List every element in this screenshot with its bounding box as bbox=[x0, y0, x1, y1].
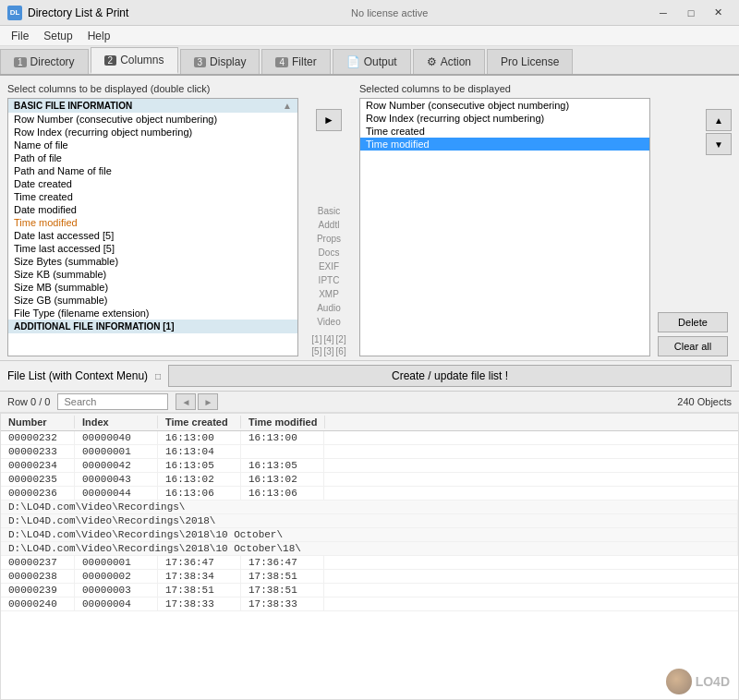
nav-prev[interactable]: ◄ bbox=[176, 393, 196, 410]
data-cell-2: 16:13:02 bbox=[158, 473, 241, 486]
data-cell-0: 00000240 bbox=[1, 597, 75, 610]
menu-help[interactable]: Help bbox=[80, 28, 118, 44]
selected-item-1[interactable]: Row Index (recurring object numbering) bbox=[360, 112, 649, 125]
data-cell-3: 16:13:02 bbox=[241, 473, 324, 486]
file-list-header: File List (with Context Menu) □ Create /… bbox=[0, 361, 739, 392]
cat-audio: Audio bbox=[317, 302, 341, 315]
table-row: 000002340000004216:13:0516:13:05 bbox=[1, 459, 738, 473]
table-row: 000002360000004416:13:0616:13:06 bbox=[1, 487, 738, 501]
num-links: [1] [4] [2] [5] [3] [6] bbox=[306, 334, 352, 356]
num-link-5[interactable]: [5] bbox=[311, 346, 321, 356]
update-button[interactable]: Create / update file list ! bbox=[168, 365, 732, 387]
num-link-2[interactable]: [2] bbox=[336, 334, 346, 344]
table-row: D:\LO4D.com\Video\Recordings\2018\10 Oct… bbox=[1, 528, 738, 542]
list-item-14[interactable]: Size GB (summable) bbox=[8, 294, 297, 307]
app-title: Directory List & Print bbox=[28, 6, 128, 19]
expand-icon[interactable]: □ bbox=[155, 371, 161, 381]
tab-action-icon: ⚙ bbox=[427, 55, 437, 68]
columns-panel: Select columns to be displayed (double c… bbox=[0, 76, 739, 360]
selected-item-3[interactable]: Time modified bbox=[360, 138, 649, 151]
data-table[interactable]: Number Index Time created Time modified … bbox=[0, 413, 739, 700]
tab-output[interactable]: 📄 Output bbox=[333, 49, 411, 74]
watermark-logo bbox=[666, 669, 692, 694]
path-cell: D:\LO4D.com\Video\Recordings\ bbox=[1, 501, 738, 513]
title-bar-left: DL Directory List & Print bbox=[7, 6, 128, 20]
cat-props: Props bbox=[317, 233, 341, 246]
data-cell-0: 00000232 bbox=[1, 431, 75, 444]
nav-next[interactable]: ► bbox=[198, 393, 218, 410]
tab-output-icon: 📄 bbox=[346, 55, 360, 68]
list-item-1[interactable]: Row Index (recurring object numbering) bbox=[8, 126, 297, 139]
tab-pro-license[interactable]: Pro License bbox=[487, 49, 573, 74]
list-item-11[interactable]: Size Bytes (summable) bbox=[8, 255, 297, 268]
list-item-12[interactable]: Size KB (summable) bbox=[8, 268, 297, 281]
add-to-selected-button[interactable]: ► bbox=[316, 109, 342, 131]
tab-action[interactable]: ⚙ Action bbox=[413, 49, 485, 74]
list-item-8[interactable]: Time modified bbox=[8, 216, 297, 229]
search-input[interactable] bbox=[57, 393, 168, 410]
list-item-13[interactable]: Size MB (summable) bbox=[8, 281, 297, 294]
list-item-7[interactable]: Date modified bbox=[8, 203, 297, 216]
right-list-box[interactable]: Row Number (consecutive object numbering… bbox=[359, 98, 650, 356]
menu-file[interactable]: File bbox=[4, 28, 36, 44]
tab-action-label: Action bbox=[441, 55, 471, 68]
tab-display[interactable]: 3 Display bbox=[180, 49, 260, 74]
data-cell-1: 00000001 bbox=[75, 445, 158, 458]
table-row: D:\LO4D.com\Video\Recordings\ bbox=[1, 501, 738, 514]
right-column-section: Selected columns to be displayed Row Num… bbox=[359, 83, 650, 356]
watermark-text: LO4D bbox=[696, 674, 730, 689]
data-cell-0: 00000233 bbox=[1, 445, 75, 458]
data-cell-2: 17:36:47 bbox=[158, 556, 241, 569]
data-cell-2: 16:13:06 bbox=[158, 487, 241, 500]
title-bar: DL Directory List & Print No license act… bbox=[0, 0, 739, 26]
num-link-3[interactable]: [3] bbox=[323, 346, 333, 356]
list-item-4[interactable]: Path and Name of file bbox=[8, 164, 297, 177]
close-button[interactable]: ✕ bbox=[706, 4, 732, 22]
left-list-box[interactable]: BASIC FILE INFORMATION ▲ Row Number (con… bbox=[7, 98, 298, 356]
data-cell-0: 00000237 bbox=[1, 556, 75, 569]
selected-item-0[interactable]: Row Number (consecutive object numbering… bbox=[360, 99, 649, 112]
data-cell-3: 17:38:51 bbox=[241, 584, 324, 597]
list-item-9[interactable]: Date last accessed [5] bbox=[8, 229, 297, 242]
list-item-3[interactable]: Path of file bbox=[8, 151, 297, 164]
data-cell-3: 17:36:47 bbox=[241, 556, 324, 569]
tab-filter[interactable]: 4 Filter bbox=[261, 49, 330, 74]
nav-buttons: ◄ ► bbox=[176, 393, 218, 410]
window-controls: ─ □ ✕ bbox=[650, 4, 732, 22]
tab-output-label: Output bbox=[364, 55, 397, 68]
watermark: LO4D bbox=[666, 669, 730, 694]
data-cell-0: 00000238 bbox=[1, 570, 75, 583]
tab-filter-num: 4 bbox=[275, 57, 288, 67]
tab-directory[interactable]: 1 Directory bbox=[0, 49, 89, 74]
num-link-4[interactable]: [4] bbox=[323, 334, 333, 344]
data-cell-0: 00000236 bbox=[1, 487, 75, 500]
move-up-button[interactable]: ▲ bbox=[706, 109, 732, 131]
data-cell-3: 16:13:00 bbox=[241, 431, 324, 444]
data-cell-1: 00000043 bbox=[75, 473, 158, 486]
selected-item-2[interactable]: Time created bbox=[360, 125, 649, 138]
data-cell-2: 16:13:00 bbox=[158, 431, 241, 444]
license-status: No license active bbox=[351, 7, 428, 18]
delete-button[interactable]: Delete bbox=[658, 312, 728, 332]
right-list-title: Selected columns to be displayed bbox=[359, 83, 650, 94]
list-item-2[interactable]: Name of file bbox=[8, 139, 297, 151]
list-item-6[interactable]: Time created bbox=[8, 190, 297, 203]
tab-filter-label: Filter bbox=[292, 55, 317, 68]
tab-columns[interactable]: 2 Columns bbox=[91, 47, 178, 74]
menu-setup[interactable]: Setup bbox=[36, 28, 79, 44]
data-cell-3: 17:38:33 bbox=[241, 597, 324, 610]
cat-basic: Basic bbox=[317, 205, 341, 218]
list-item-15[interactable]: File Type (filename extension) bbox=[8, 307, 297, 320]
cat-exif: EXIF bbox=[317, 260, 341, 273]
list-item-5[interactable]: Date created bbox=[8, 177, 297, 190]
list-item-0[interactable]: Row Number (consecutive object numbering… bbox=[8, 113, 297, 126]
minimize-button[interactable]: ─ bbox=[650, 4, 676, 22]
menu-bar: File Setup Help bbox=[0, 26, 739, 46]
num-link-1[interactable]: [1] bbox=[311, 334, 321, 344]
maximize-button[interactable]: □ bbox=[678, 4, 704, 22]
clear-all-button[interactable]: Clear all bbox=[658, 336, 728, 356]
data-cell-3 bbox=[241, 445, 324, 458]
move-down-button[interactable]: ▼ bbox=[706, 133, 732, 155]
list-item-10[interactable]: Time last accessed [5] bbox=[8, 242, 297, 255]
num-link-6[interactable]: [6] bbox=[336, 346, 346, 356]
